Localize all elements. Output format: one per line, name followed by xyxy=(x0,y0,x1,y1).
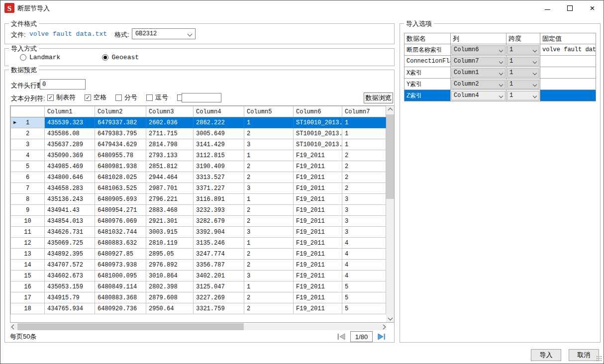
table-cell[interactable]: ST10010_2013... xyxy=(294,128,342,139)
table-cell[interactable]: 434602.673 xyxy=(45,271,95,281)
table-cell[interactable]: 435539.323 xyxy=(45,117,95,128)
table-cell[interactable]: F19_2011 xyxy=(294,227,342,238)
column-header[interactable]: Column5 xyxy=(244,106,294,117)
row-number-cell[interactable]: 15 xyxy=(11,271,45,281)
table-cell[interactable]: 3321.759 xyxy=(194,303,244,314)
vertical-scroll-thumb[interactable] xyxy=(386,114,394,199)
first-page-button[interactable] xyxy=(336,331,347,342)
table-cell[interactable]: F19_2011 xyxy=(294,183,342,194)
scroll-right-button[interactable] xyxy=(380,323,387,330)
table-cell[interactable]: 2802.398 xyxy=(146,281,194,292)
table-cell[interactable]: 6481032.744 xyxy=(95,227,146,238)
checkbox-icon[interactable] xyxy=(146,94,153,101)
vertical-scrollbar[interactable] xyxy=(386,106,394,322)
table-cell[interactable]: 6480905.693 xyxy=(95,194,146,205)
checkbox-icon[interactable] xyxy=(115,94,122,101)
row-number-cell[interactable]: 18 xyxy=(11,303,45,314)
option-name-cell[interactable]: 断层名称索引 xyxy=(404,44,451,56)
table-cell[interactable]: F19_2011 xyxy=(294,260,342,271)
table-cell[interactable]: 2 xyxy=(244,260,294,271)
option-row[interactable]: ConnectionFlagColumn71 xyxy=(404,56,596,67)
table-cell[interactable]: 3392.904 xyxy=(194,227,244,238)
minimize-button[interactable] xyxy=(536,0,559,15)
table-row[interactable]: 14434707.5726480973.9382976.8923356.7872… xyxy=(11,260,386,271)
table-cell[interactable]: 6480981.938 xyxy=(95,161,146,172)
table-cell[interactable]: 6479337.382 xyxy=(95,117,146,128)
table-cell[interactable]: 3116.891 xyxy=(194,194,244,205)
table-cell[interactable]: 6480954.271 xyxy=(95,205,146,216)
table-cell[interactable]: 6481028.025 xyxy=(95,172,146,183)
table-cell[interactable]: 2 xyxy=(244,205,294,216)
table-cell[interactable]: 6480955.78 xyxy=(95,150,146,161)
row-number-cell[interactable]: 10 xyxy=(11,216,45,227)
table-cell[interactable]: 3141.429 xyxy=(194,139,244,150)
row-number-cell[interactable]: 12 xyxy=(11,238,45,249)
row-number-cell[interactable]: 6 xyxy=(11,172,45,183)
next-page-button[interactable] xyxy=(376,331,387,342)
table-cell[interactable]: 434707.572 xyxy=(45,260,95,271)
table-cell[interactable]: 4 xyxy=(342,249,386,260)
other-delimiter-input[interactable] xyxy=(182,93,221,102)
table-cell[interactable]: 2879.608 xyxy=(146,292,194,303)
table-cell[interactable]: 5 xyxy=(342,292,386,303)
column-select[interactable]: Column7 xyxy=(451,57,505,66)
table-row[interactable]: 4435090.3696480955.782793.1333112.8151F1… xyxy=(11,150,386,161)
table-cell[interactable]: 434892.395 xyxy=(45,249,95,260)
table-cell[interactable]: 6480883.368 xyxy=(95,292,146,303)
table-cell[interactable]: 4 xyxy=(342,260,386,271)
table-cell[interactable]: 3005.649 xyxy=(194,128,244,139)
table-cell[interactable]: 2 xyxy=(342,183,386,194)
table-cell[interactable]: 3 xyxy=(342,194,386,205)
option-name-cell[interactable]: Y索引 xyxy=(404,79,451,90)
table-cell[interactable]: 3247.774 xyxy=(194,249,244,260)
table-cell[interactable]: 6480849.114 xyxy=(95,281,146,292)
table-cell[interactable]: 2862.222 xyxy=(194,117,244,128)
header-rows-input[interactable] xyxy=(40,79,86,90)
column-select[interactable]: Column2 xyxy=(451,80,505,89)
table-cell[interactable]: 2711.715 xyxy=(146,128,194,139)
encoding-select[interactable]: GB2312 xyxy=(132,28,196,39)
option-name-cell[interactable]: X索引 xyxy=(404,67,451,79)
table-cell[interactable]: F19_2011 xyxy=(294,150,342,161)
delimiter-option[interactable]: 逗号 xyxy=(146,93,168,102)
table-cell[interactable]: 1 xyxy=(342,139,386,150)
delimiter-option[interactable]: ✓制表符 xyxy=(47,93,76,102)
option-name-cell[interactable]: Z索引 xyxy=(404,90,451,101)
table-cell[interactable]: 435136.243 xyxy=(45,194,95,205)
table-cell[interactable]: F19_2011 xyxy=(294,249,342,260)
span-select[interactable]: 1 xyxy=(507,57,539,66)
column-header[interactable]: Column7 xyxy=(342,106,386,117)
table-cell[interactable]: 6479434.629 xyxy=(95,139,146,150)
table-cell[interactable]: 3 xyxy=(244,139,294,150)
table-cell[interactable]: 434854.013 xyxy=(45,216,95,227)
table-cell[interactable]: ST10010_2013... xyxy=(294,117,342,128)
table-row[interactable]: 18434765.9346480920.7362950.643321.7592F… xyxy=(11,303,386,314)
table-row[interactable]: 7434658.2836481063.5252987.7013371.2273F… xyxy=(11,183,386,194)
table-cell[interactable]: 435053.159 xyxy=(45,281,95,292)
column-header[interactable]: Column2 xyxy=(95,106,146,117)
table-cell[interactable]: 3010.864 xyxy=(146,271,194,281)
table-cell[interactable]: 6480976.069 xyxy=(95,216,146,227)
titlebar[interactable]: S 断层节导入 × xyxy=(0,0,604,15)
radio-option-landmark[interactable]: Landmark xyxy=(20,54,60,61)
table-cell[interactable]: 5 xyxy=(342,281,386,292)
table-cell[interactable]: 1 xyxy=(342,128,386,139)
table-cell[interactable]: 434800.646 xyxy=(45,172,95,183)
table-cell[interactable]: 6480883.632 xyxy=(95,238,146,249)
radio-icon[interactable] xyxy=(20,54,26,61)
table-cell[interactable]: 2944.464 xyxy=(146,172,194,183)
table-cell[interactable]: F19_2011 xyxy=(294,172,342,183)
option-row[interactable]: Y索引Column21 xyxy=(404,79,596,90)
row-number-cell[interactable]: 7 xyxy=(11,183,45,194)
row-number-cell[interactable]: 16 xyxy=(11,281,45,292)
column-header[interactable]: Column3 xyxy=(146,106,194,117)
table-cell[interactable]: 6481063.525 xyxy=(95,183,146,194)
table-row[interactable]: 10434854.0136480976.0692921.3013282.6792… xyxy=(11,216,386,227)
table-cell[interactable]: 2 xyxy=(244,216,294,227)
table-cell[interactable]: 2883.468 xyxy=(146,205,194,216)
row-number-cell[interactable]: ▶1 xyxy=(11,117,45,128)
delimiter-option[interactable]: 分号 xyxy=(115,93,137,102)
span-select[interactable]: 1 xyxy=(507,80,539,89)
table-cell[interactable]: 2 xyxy=(244,161,294,172)
table-cell[interactable]: 4 xyxy=(342,238,386,249)
